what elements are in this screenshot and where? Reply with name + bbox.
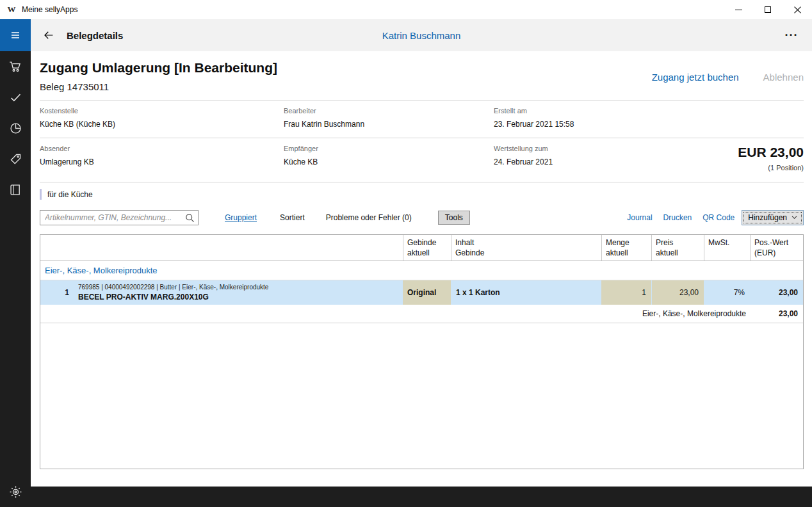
group-title: Eier-, Käse-, Molkereiprodukte <box>45 266 158 275</box>
field-value: 24. Februar 2021 <box>494 157 738 166</box>
check-icon <box>9 91 22 104</box>
toolbar-right: Journal Drucken QR Code Hinzufügen <box>616 210 804 225</box>
inhalt-cell: 1 x 1 Karton <box>451 280 601 305</box>
row-position: 1 <box>40 280 74 305</box>
more-button[interactable]: ··· <box>780 19 803 51</box>
window-titlebar: W Meine sellyApps <box>0 0 812 19</box>
search-input[interactable] <box>40 211 198 225</box>
hamburger-menu-button[interactable] <box>0 19 31 51</box>
field-wertstellung: Wertstellung zum 24. Februar 2021 <box>494 145 738 173</box>
maximize-icon <box>765 6 771 13</box>
gebinde-cell[interactable]: Original <box>403 280 451 305</box>
fields-row-2: Absender Umlagerung KB Empfänger Küche K… <box>40 138 804 182</box>
sidebar-item-catalog[interactable] <box>0 174 31 205</box>
grouped-toggle[interactable]: Gruppiert <box>225 213 257 222</box>
add-item-label: Hinzufügen <box>748 213 787 222</box>
field-value: Umlagerung KB <box>40 157 284 166</box>
sidebar-item-reports[interactable] <box>0 113 31 143</box>
mwst-cell: 7% <box>704 280 750 305</box>
field-bearbeiter: Bearbeiter Frau Katrin Buschmann <box>284 107 494 129</box>
group-summary-row: Eier-, Käse-, Molkereiprodukte 23,00 <box>40 305 803 323</box>
reject-button[interactable]: Ablehnen <box>763 72 804 83</box>
document-actions: Zugang jetzt buchen Ablehnen <box>652 72 804 83</box>
summary-value: 23,00 <box>750 309 803 318</box>
app-header: Belegdetails Katrin Buschmann ··· <box>31 19 812 51</box>
field-value: 23. Februar 2021 15:58 <box>494 120 804 129</box>
close-button[interactable] <box>783 0 812 19</box>
sidebar-item-settings[interactable] <box>0 476 31 507</box>
field-value: Frau Katrin Buschmann <box>284 120 494 129</box>
qr-code-link[interactable]: QR Code <box>702 213 735 222</box>
bottom-bar <box>31 487 812 507</box>
sidebar-item-tasks[interactable] <box>0 82 31 113</box>
header-preis: Preisaktuell <box>651 235 704 261</box>
problems-filter[interactable]: Probleme oder Fehler (0) <box>326 213 412 222</box>
field-label: Kostenstelle <box>40 107 284 115</box>
header-gebinde: Gebindeaktuell <box>403 235 451 261</box>
minimize-button[interactable] <box>724 0 753 19</box>
more-icon: ··· <box>785 29 799 42</box>
article-row[interactable]: 1 769985 | 04000492002298 | Butter | Eie… <box>40 280 803 305</box>
minimize-icon <box>735 10 742 10</box>
document-total: EUR 23,00 (1 Position) <box>738 145 804 173</box>
article-name: BECEL PRO-AKTIV MARG.200X10G <box>78 293 209 302</box>
field-label: Erstellt am <box>494 107 804 115</box>
journal-link[interactable]: Journal <box>627 213 652 222</box>
chevron-down-icon <box>792 216 797 220</box>
main-content: Zugang Umlagerung [In Bearbeitung] Beleg… <box>31 51 812 487</box>
header-wert: Pos.-Wert(EUR) <box>750 235 803 261</box>
field-label: Wertstellung zum <box>494 145 738 152</box>
summary-label: Eier-, Käse-, Molkereiprodukte <box>40 309 750 318</box>
sorted-toggle[interactable]: Sortiert <box>280 213 305 222</box>
window-controls <box>724 0 812 19</box>
document-number: Beleg 14735011 <box>40 81 804 92</box>
gear-icon <box>9 485 22 499</box>
table-empty-area <box>40 323 803 469</box>
pie-chart-icon <box>9 122 22 135</box>
app-logo-icon: W <box>6 4 17 15</box>
window-title: Meine sellyApps <box>22 5 77 14</box>
document-note: für die Küche <box>40 189 804 200</box>
note-text: für die Küche <box>47 190 93 199</box>
sidebar-item-prices[interactable] <box>0 143 31 174</box>
hamburger-icon <box>10 30 21 40</box>
menge-cell[interactable]: 1 <box>601 280 651 305</box>
preis-cell[interactable]: 23,00 <box>651 280 704 305</box>
cart-icon <box>9 60 22 74</box>
list-toolbar: Gruppiert Sortiert Probleme oder Fehler … <box>40 210 804 225</box>
add-item-button[interactable]: Hinzufügen <box>742 210 804 225</box>
field-label: Bearbeiter <box>284 107 494 115</box>
maximize-button[interactable] <box>753 0 783 19</box>
field-absender: Absender Umlagerung KB <box>40 145 284 173</box>
positions-table: Gebindeaktuell InhaltGebinde Mengeaktuel… <box>40 234 804 469</box>
sidebar <box>0 19 31 507</box>
total-positions: (1 Position) <box>738 164 804 172</box>
header-mwst: MwSt. <box>704 235 750 261</box>
field-label: Empfänger <box>284 145 494 152</box>
tools-button[interactable]: Tools <box>438 211 470 225</box>
tag-icon <box>9 152 22 166</box>
field-kostenstelle: Kostenstelle Küche KB (Küche KB) <box>40 107 284 129</box>
field-value: Küche KB <box>284 157 494 166</box>
header-menge: Mengeaktuell <box>601 235 651 261</box>
field-erstellt-am: Erstellt am 23. Februar 2021 15:58 <box>494 107 804 129</box>
header-inhalt: InhaltGebinde <box>451 235 601 261</box>
book-receipt-button[interactable]: Zugang jetzt buchen <box>652 72 739 83</box>
close-icon <box>794 6 801 13</box>
group-header-row[interactable]: Eier-, Käse-, Molkereiprodukte <box>40 261 803 280</box>
print-link[interactable]: Drucken <box>663 213 692 222</box>
search-box <box>40 210 199 225</box>
user-name[interactable]: Katrin Buschmann <box>31 30 812 41</box>
fields-row-1: Kostenstelle Küche KB (Küche KB) Bearbei… <box>40 101 804 138</box>
header-pos <box>40 235 74 261</box>
field-empfaenger: Empfänger Küche KB <box>284 145 494 173</box>
row-article: 769985 | 04000492002298 | Butter | Eier-… <box>74 280 403 305</box>
header-article <box>74 235 403 261</box>
field-value: Küche KB (Küche KB) <box>40 120 284 129</box>
article-meta: 769985 | 04000492002298 | Butter | Eier-… <box>78 284 268 291</box>
total-amount: EUR 23,00 <box>738 145 804 160</box>
search-icon[interactable] <box>185 213 195 223</box>
book-icon <box>9 183 22 197</box>
field-label: Absender <box>40 145 284 152</box>
sidebar-item-cart[interactable] <box>0 51 31 82</box>
